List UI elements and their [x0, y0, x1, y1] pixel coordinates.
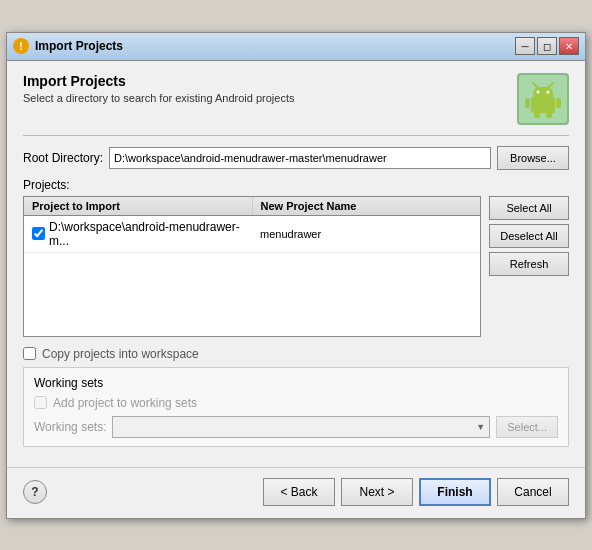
copy-checkbox[interactable]: [23, 347, 36, 360]
footer-left: ?: [23, 480, 47, 504]
svg-rect-1: [533, 87, 553, 100]
root-directory-input[interactable]: [109, 147, 491, 169]
svg-point-2: [537, 90, 540, 93]
working-sets-input-row: Working sets: ▼ Select...: [34, 416, 558, 438]
footer-right: < Back Next > Finish Cancel: [263, 478, 569, 506]
table-cell-newname: menudrawer: [252, 224, 480, 244]
header-text: Import Projects Select a directory to se…: [23, 73, 294, 104]
refresh-button[interactable]: Refresh: [489, 252, 569, 276]
help-button[interactable]: ?: [23, 480, 47, 504]
sets-label: Working sets:: [34, 420, 106, 434]
table-body: D:\workspace\android-menudrawer-m... men…: [24, 216, 480, 336]
svg-rect-6: [525, 98, 530, 108]
dialog-title: Import Projects: [23, 73, 294, 89]
svg-line-4: [533, 83, 537, 87]
maximize-button[interactable]: ◻: [537, 37, 557, 55]
table-container: Project to Import New Project Name D:\wo…: [23, 196, 569, 337]
project-path: D:\workspace\android-menudrawer-m...: [49, 220, 244, 248]
window-title: Import Projects: [35, 39, 123, 53]
finish-button[interactable]: Finish: [419, 478, 491, 506]
cancel-button[interactable]: Cancel: [497, 478, 569, 506]
add-working-sets-row: Add project to working sets: [34, 396, 558, 410]
next-button[interactable]: Next >: [341, 478, 413, 506]
dialog-content: Import Projects Select a directory to se…: [7, 61, 585, 459]
header-divider: [23, 135, 569, 136]
project-checkbox[interactable]: [32, 227, 45, 240]
projects-section: Projects: Project to Import New Project …: [23, 178, 569, 337]
svg-rect-9: [546, 112, 552, 118]
footer: ? < Back Next > Finish Cancel: [7, 467, 585, 518]
back-button[interactable]: < Back: [263, 478, 335, 506]
table-row[interactable]: D:\workspace\android-menudrawer-m... men…: [24, 216, 480, 253]
minimize-button[interactable]: ─: [515, 37, 535, 55]
svg-line-5: [549, 83, 553, 87]
projects-table: Project to Import New Project Name D:\wo…: [23, 196, 481, 337]
dialog-subtitle: Select a directory to search for existin…: [23, 92, 294, 104]
col-project-import: Project to Import: [24, 197, 253, 215]
table-header: Project to Import New Project Name: [24, 197, 480, 216]
working-sets-section: Working sets Add project to working sets…: [23, 367, 569, 447]
window-controls: ─ ◻ ✕: [515, 37, 579, 55]
deselect-all-button[interactable]: Deselect All: [489, 224, 569, 248]
working-sets-select-button[interactable]: Select...: [496, 416, 558, 438]
col-new-name: New Project Name: [253, 197, 481, 215]
combo-arrow-icon: ▼: [476, 422, 485, 432]
root-directory-row: Root Directory: Browse...: [23, 146, 569, 170]
svg-rect-8: [534, 112, 540, 118]
header-section: Import Projects Select a directory to se…: [23, 73, 569, 125]
copy-checkbox-label[interactable]: Copy projects into workspace: [42, 347, 199, 361]
android-icon: [523, 79, 563, 119]
table-cell-project[interactable]: D:\workspace\android-menudrawer-m...: [24, 216, 252, 252]
add-working-sets-label: Add project to working sets: [53, 396, 197, 410]
side-buttons: Select All Deselect All Refresh: [489, 196, 569, 337]
select-all-button[interactable]: Select All: [489, 196, 569, 220]
add-working-sets-checkbox[interactable]: [34, 396, 47, 409]
close-button[interactable]: ✕: [559, 37, 579, 55]
working-sets-combo[interactable]: ▼: [112, 416, 490, 438]
root-directory-label: Root Directory:: [23, 151, 103, 165]
browse-button[interactable]: Browse...: [497, 146, 569, 170]
svg-rect-7: [556, 98, 561, 108]
working-sets-title: Working sets: [34, 376, 558, 390]
title-bar-left: ! Import Projects: [13, 38, 123, 54]
app-icon: !: [13, 38, 29, 54]
android-logo: [517, 73, 569, 125]
app-icon-label: !: [19, 41, 22, 52]
svg-point-3: [547, 90, 550, 93]
projects-label: Projects:: [23, 178, 569, 192]
dialog-window: ! Import Projects ─ ◻ ✕ Import Projects …: [6, 32, 586, 519]
title-bar: ! Import Projects ─ ◻ ✕: [7, 33, 585, 61]
copy-checkbox-row: Copy projects into workspace: [23, 347, 569, 361]
